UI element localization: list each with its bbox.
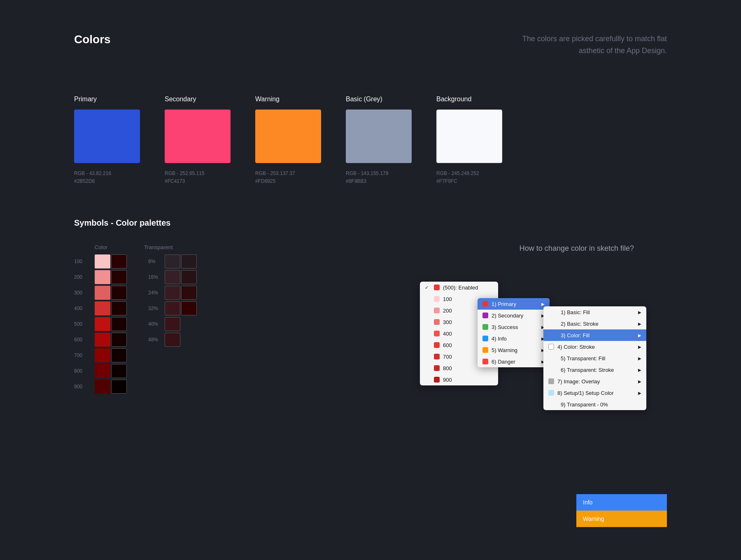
color-box [436, 110, 502, 163]
solid-swatch [95, 270, 110, 284]
type-menu-item[interactable]: 4) Info▶ [478, 333, 550, 344]
palette-row-label: 400 [74, 306, 95, 311]
palette-row: 40032% [74, 301, 198, 316]
swatch-label: Basic (Grey) [346, 96, 412, 103]
dark-swatch [111, 333, 127, 347]
palette-row: 20016% [74, 269, 198, 285]
palette-row: 700 [74, 348, 198, 363]
palette-row: 800 [74, 363, 198, 379]
solid-swatch [95, 364, 110, 378]
property-menu-item[interactable]: 1) Basic: Fill▶ [543, 306, 646, 318]
transparent-swatch [165, 317, 180, 331]
status-boxes: Info Warning [576, 494, 667, 527]
palette-row-label: 500 [74, 321, 95, 327]
dark-swatch [111, 348, 127, 362]
transparent-swatch [165, 301, 180, 315]
dark-swatch [111, 317, 127, 331]
color-property-menu: 1) Basic: Fill▶2) Basic: Stroke▶3) Color… [543, 306, 646, 410]
type-menu-item[interactable]: 6) Danger▶ [478, 356, 550, 367]
transparent-swatch [165, 254, 180, 268]
color-box [165, 110, 231, 163]
property-menu-item[interactable]: 5) Transparent: Fill▶ [543, 352, 646, 364]
dark-swatch [111, 301, 127, 315]
swatch-label: Background [436, 96, 502, 103]
transparent-swatch [165, 333, 180, 347]
solid-swatch [95, 286, 110, 300]
color-box [255, 110, 321, 163]
solid-swatch [95, 301, 110, 315]
solid-swatch [95, 348, 110, 362]
solid-swatch [95, 380, 110, 394]
color-swatch-item: Basic (Grey) RGB - 143.155.179#8F9BB3 [346, 96, 412, 185]
property-menu-item[interactable]: 6) Transparent: Stroke▶ [543, 364, 646, 376]
transparent-dark-swatch [181, 286, 197, 300]
palette-grid: 1008%20016%30024%40032%50040%60048%70080… [74, 254, 198, 394]
palette-row-label: 300 [74, 290, 95, 296]
label-header [74, 244, 95, 250]
solid-swatch [95, 317, 110, 331]
color-header: Color [95, 244, 128, 250]
palette-row-label: 700 [74, 352, 95, 358]
transparent-swatch [165, 270, 180, 284]
color-swatch-item: Primary RGB - 43.82.216#2B52D8 [74, 96, 140, 185]
warning-box: Warning [576, 511, 667, 527]
color-info: RGB - 253.137.37#FD8925 [255, 170, 321, 185]
color-info: RGB - 143.155.179#8F9BB3 [346, 170, 412, 185]
transparent-dark-swatch [181, 254, 197, 268]
swatch-label: Secondary [165, 96, 231, 103]
dark-swatch [111, 254, 127, 268]
palette-container: Color Transparent 1008%20016%30024%40032… [74, 244, 667, 430]
palette-row-label: 100 [74, 259, 95, 264]
color-type-menu: 1) Primary▶2) Secondary▶3) Success▶4) In… [478, 298, 550, 367]
property-menu-item[interactable]: 7) Image: Overlay▶ [543, 376, 646, 387]
transparent-swatch [165, 286, 180, 300]
palette-row-label: 900 [74, 384, 95, 390]
page-container: Colors The colors are picked carefullly … [0, 0, 741, 463]
right-section: How to change color in sketch file? ✓(50… [231, 244, 667, 430]
property-menu-item[interactable]: 8) Setup/1) Setup Color▶ [543, 387, 646, 399]
warning-label: Warning [583, 516, 604, 522]
color-info: RGB - 245.249.252#F7F9FC [436, 170, 502, 185]
info-box: Info [576, 494, 667, 511]
color-box [346, 110, 412, 163]
color-info: RGB - 252.65.115#FC4173 [165, 170, 231, 185]
palette-row-label: 800 [74, 368, 95, 374]
shade-menu-item[interactable]: 900 [420, 374, 498, 385]
palette-row: 60048% [74, 332, 198, 348]
palette-row: 900 [74, 379, 198, 394]
transparent-dark-swatch [181, 270, 197, 284]
transparent-dark-swatch [181, 301, 197, 315]
transparent-pct: 24% [148, 290, 165, 296]
info-label: Info [583, 499, 592, 506]
palette-row: 1008% [74, 254, 198, 269]
property-menu-item[interactable]: 2) Basic: Stroke▶ [543, 318, 646, 329]
transparent-pct: 8% [148, 259, 165, 264]
transparent-pct: 16% [148, 274, 165, 280]
page-title: Colors [74, 33, 111, 46]
dark-swatch [111, 270, 127, 284]
shade-menu-item[interactable]: ✓(500): Enabled [420, 282, 498, 293]
type-menu-item[interactable]: 3) Success▶ [478, 321, 550, 333]
dark-swatch [111, 380, 127, 394]
property-menu-item[interactable]: 4) Color: Stroke▶ [543, 341, 646, 352]
type-menu-item[interactable]: 2) Secondary▶ [478, 310, 550, 321]
dropdowns-container: ✓(500): Enabled100200300400600700800900 … [420, 265, 667, 430]
transparent-pct: 32% [148, 306, 165, 311]
property-menu-item[interactable]: 3) Color: Fill▶ [543, 329, 646, 341]
solid-swatch [95, 254, 110, 268]
color-swatch-item: Secondary RGB - 252.65.115#FC4173 [165, 96, 231, 185]
header-description: The colors are picked carefullly to matc… [510, 33, 667, 57]
property-menu-item[interactable]: 9) Transparent - 0% [543, 399, 646, 410]
color-info: RGB - 43.82.216#2B52D8 [74, 170, 140, 185]
type-menu-item[interactable]: 5) Warning▶ [478, 344, 550, 356]
palette-grid-wrapper: Color Transparent 1008%20016%30024%40032… [74, 244, 198, 394]
palette-row-label: 600 [74, 337, 95, 343]
swatch-label: Warning [255, 96, 321, 103]
dark-swatch [111, 286, 127, 300]
color-box [74, 110, 140, 163]
palette-row-label: 200 [74, 274, 95, 280]
type-menu-item[interactable]: 1) Primary▶ [478, 298, 550, 310]
color-swatch-item: Warning RGB - 253.137.37#FD8925 [255, 96, 321, 185]
header-row: Colors The colors are picked carefullly … [74, 33, 667, 71]
swatch-label: Primary [74, 96, 140, 103]
